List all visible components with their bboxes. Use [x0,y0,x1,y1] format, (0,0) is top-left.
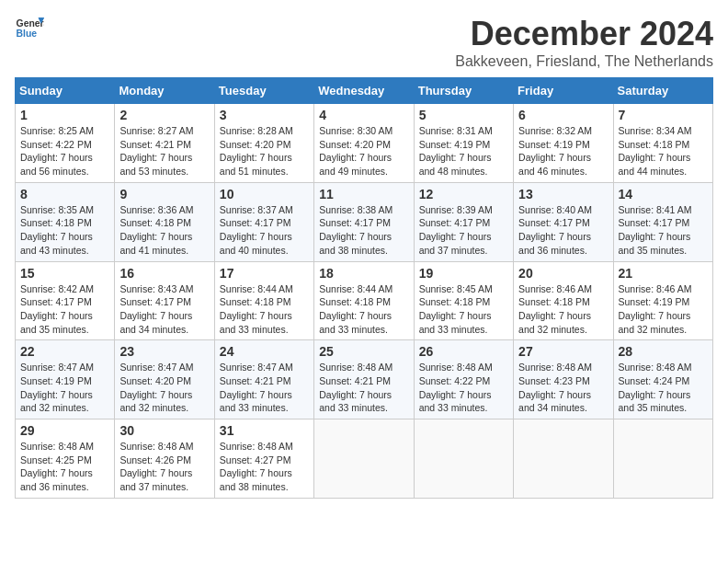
calendar-day-cell: 1 Sunrise: 8:25 AMSunset: 4:22 PMDayligh… [16,104,115,183]
day-detail: Sunrise: 8:27 AMSunset: 4:21 PMDaylight:… [119,125,193,177]
calendar-day-cell: 21 Sunrise: 8:46 AMSunset: 4:19 PMDaylig… [613,261,712,340]
calendar-header-cell: Tuesday [214,78,313,104]
month-title: December 2024 [455,15,713,53]
calendar-week-row: 1 Sunrise: 8:25 AMSunset: 4:22 PMDayligh… [16,104,713,183]
day-number: 6 [518,108,608,122]
day-number: 2 [119,108,209,122]
calendar-day-cell: 4 Sunrise: 8:30 AMSunset: 4:20 PMDayligh… [314,104,414,183]
calendar-header-cell: Friday [514,78,613,104]
calendar-day-cell: 16 Sunrise: 8:43 AMSunset: 4:17 PMDaylig… [115,261,214,340]
calendar-day-cell: 18 Sunrise: 8:44 AMSunset: 4:18 PMDaylig… [314,261,414,340]
day-detail: Sunrise: 8:47 AMSunset: 4:21 PMDaylight:… [220,362,293,413]
calendar-day-cell: 19 Sunrise: 8:45 AMSunset: 4:18 PMDaylig… [414,261,513,340]
calendar-day-cell: 2 Sunrise: 8:27 AMSunset: 4:21 PMDayligh… [115,104,214,183]
day-detail: Sunrise: 8:48 AMSunset: 4:27 PMDaylight:… [220,441,293,492]
day-number: 12 [419,187,508,201]
calendar-day-cell: 15 Sunrise: 8:42 AMSunset: 4:17 PMDaylig… [16,261,115,340]
calendar-day-cell: 31 Sunrise: 8:48 AMSunset: 4:27 PMDaylig… [214,419,313,499]
calendar-day-cell: 6 Sunrise: 8:32 AMSunset: 4:19 PMDayligh… [514,104,613,183]
day-number: 31 [220,423,309,438]
calendar-day-cell: 26 Sunrise: 8:48 AMSunset: 4:22 PMDaylig… [414,340,513,419]
calendar-day-cell [414,419,513,499]
calendar-header-cell: Monday [115,78,214,104]
logo: General Blue [15,15,44,40]
page-header: General Blue December 2024 Bakkeveen, Fr… [15,15,713,70]
day-number: 3 [220,108,309,122]
day-number: 25 [319,344,408,359]
day-detail: Sunrise: 8:39 AMSunset: 4:17 PMDaylight:… [419,204,493,256]
day-number: 20 [518,266,608,281]
day-detail: Sunrise: 8:45 AMSunset: 4:18 PMDaylight:… [419,283,493,335]
calendar-day-cell: 27 Sunrise: 8:48 AMSunset: 4:23 PMDaylig… [514,340,613,419]
calendar-day-cell: 3 Sunrise: 8:28 AMSunset: 4:20 PMDayligh… [214,104,313,183]
day-number: 16 [119,266,209,281]
calendar-day-cell: 20 Sunrise: 8:46 AMSunset: 4:18 PMDaylig… [514,261,613,340]
day-number: 15 [20,266,109,281]
calendar-header-cell: Wednesday [314,78,414,104]
calendar-week-row: 8 Sunrise: 8:35 AMSunset: 4:18 PMDayligh… [16,182,713,261]
calendar-day-cell: 8 Sunrise: 8:35 AMSunset: 4:18 PMDayligh… [16,182,115,261]
calendar-day-cell: 25 Sunrise: 8:48 AMSunset: 4:21 PMDaylig… [314,340,414,419]
day-detail: Sunrise: 8:46 AMSunset: 4:19 PMDaylight:… [619,283,692,335]
calendar-day-cell: 11 Sunrise: 8:38 AMSunset: 4:17 PMDaylig… [314,182,414,261]
day-detail: Sunrise: 8:37 AMSunset: 4:17 PMDaylight:… [220,204,293,256]
day-detail: Sunrise: 8:36 AMSunset: 4:18 PMDaylight:… [119,204,193,256]
day-detail: Sunrise: 8:42 AMSunset: 4:17 PMDaylight:… [20,283,94,335]
calendar-header-cell: Sunday [16,78,115,104]
day-detail: Sunrise: 8:43 AMSunset: 4:17 PMDaylight:… [119,283,193,335]
day-detail: Sunrise: 8:28 AMSunset: 4:20 PMDaylight:… [220,125,293,177]
calendar-day-cell: 22 Sunrise: 8:47 AMSunset: 4:19 PMDaylig… [16,340,115,419]
day-number: 17 [220,266,309,281]
day-number: 26 [419,344,508,359]
day-number: 7 [619,108,708,122]
day-number: 23 [119,344,209,359]
day-number: 13 [518,187,608,201]
day-number: 27 [518,344,608,359]
day-number: 10 [220,187,309,201]
calendar-day-cell: 10 Sunrise: 8:37 AMSunset: 4:17 PMDaylig… [214,182,313,261]
day-detail: Sunrise: 8:25 AMSunset: 4:22 PMDaylight:… [20,125,94,177]
calendar-day-cell: 13 Sunrise: 8:40 AMSunset: 4:17 PMDaylig… [514,182,613,261]
calendar-day-cell: 14 Sunrise: 8:41 AMSunset: 4:17 PMDaylig… [613,182,712,261]
day-detail: Sunrise: 8:32 AMSunset: 4:19 PMDaylight:… [518,125,592,177]
day-detail: Sunrise: 8:34 AMSunset: 4:18 PMDaylight:… [619,125,692,177]
calendar-body: 1 Sunrise: 8:25 AMSunset: 4:22 PMDayligh… [16,104,713,499]
calendar-day-cell: 29 Sunrise: 8:48 AMSunset: 4:25 PMDaylig… [16,419,115,499]
calendar-table: SundayMondayTuesdayWednesdayThursdayFrid… [15,77,713,499]
day-detail: Sunrise: 8:48 AMSunset: 4:26 PMDaylight:… [119,441,193,492]
day-number: 28 [619,344,708,359]
day-number: 9 [119,187,209,201]
day-detail: Sunrise: 8:40 AMSunset: 4:17 PMDaylight:… [518,204,592,256]
day-number: 24 [220,344,309,359]
day-number: 21 [619,266,708,281]
calendar-day-cell: 30 Sunrise: 8:48 AMSunset: 4:26 PMDaylig… [115,419,214,499]
day-number: 5 [419,108,508,122]
calendar-week-row: 15 Sunrise: 8:42 AMSunset: 4:17 PMDaylig… [16,261,713,340]
day-detail: Sunrise: 8:48 AMSunset: 4:22 PMDaylight:… [419,362,493,413]
calendar-week-row: 29 Sunrise: 8:48 AMSunset: 4:25 PMDaylig… [16,419,713,499]
day-detail: Sunrise: 8:41 AMSunset: 4:17 PMDaylight:… [619,204,692,256]
calendar-day-cell: 23 Sunrise: 8:47 AMSunset: 4:20 PMDaylig… [115,340,214,419]
day-detail: Sunrise: 8:44 AMSunset: 4:18 PMDaylight:… [319,283,392,335]
day-detail: Sunrise: 8:31 AMSunset: 4:19 PMDaylight:… [419,125,493,177]
day-number: 14 [619,187,708,201]
day-detail: Sunrise: 8:48 AMSunset: 4:24 PMDaylight:… [619,362,692,413]
calendar-header-row: SundayMondayTuesdayWednesdayThursdayFrid… [16,78,713,104]
calendar-day-cell: 12 Sunrise: 8:39 AMSunset: 4:17 PMDaylig… [414,182,513,261]
calendar-day-cell: 24 Sunrise: 8:47 AMSunset: 4:21 PMDaylig… [214,340,313,419]
calendar-header-cell: Thursday [414,78,513,104]
day-detail: Sunrise: 8:38 AMSunset: 4:17 PMDaylight:… [319,204,392,256]
day-number: 8 [20,187,109,201]
calendar-day-cell: 5 Sunrise: 8:31 AMSunset: 4:19 PMDayligh… [414,104,513,183]
day-number: 30 [119,423,209,438]
day-detail: Sunrise: 8:48 AMSunset: 4:25 PMDaylight:… [20,441,94,492]
day-number: 4 [319,108,408,122]
day-detail: Sunrise: 8:48 AMSunset: 4:21 PMDaylight:… [319,362,392,413]
day-detail: Sunrise: 8:47 AMSunset: 4:19 PMDaylight:… [20,362,94,413]
day-detail: Sunrise: 8:47 AMSunset: 4:20 PMDaylight:… [119,362,193,413]
day-detail: Sunrise: 8:30 AMSunset: 4:20 PMDaylight:… [319,125,392,177]
day-number: 22 [20,344,109,359]
day-detail: Sunrise: 8:44 AMSunset: 4:18 PMDaylight:… [220,283,293,335]
day-number: 11 [319,187,408,201]
calendar-day-cell [314,419,414,499]
